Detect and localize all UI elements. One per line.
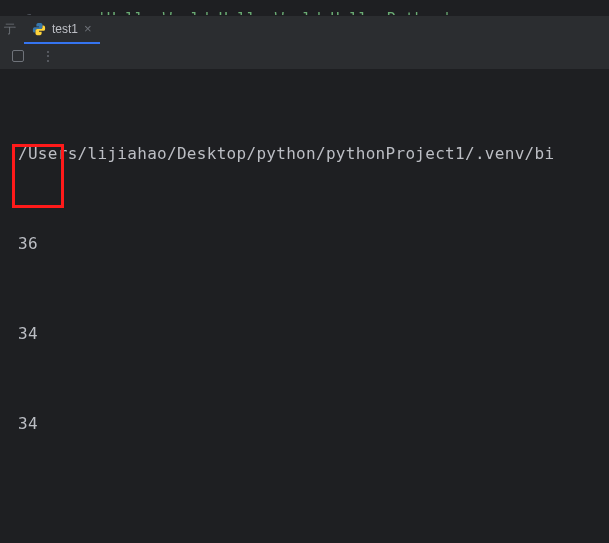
line-number-gutter: 1 2 3 4 5 6 7 8 9 0 bbox=[0, 0, 48, 15]
console-output[interactable]: /Users/lijiahao/Desktop/python/pythonPro… bbox=[0, 69, 609, 543]
run-tab-bar: 亍 test1 × bbox=[0, 15, 609, 43]
console-line: 36 bbox=[18, 229, 593, 259]
console-line: 34 bbox=[18, 319, 593, 349]
tab-label: test1 bbox=[52, 22, 78, 36]
more-icon[interactable]: ⋮ bbox=[42, 49, 55, 63]
console-line: /Users/lijiahao/Desktop/python/pythonPro… bbox=[18, 139, 593, 169]
close-icon[interactable]: × bbox=[84, 21, 92, 36]
run-tab[interactable]: test1 × bbox=[24, 16, 100, 44]
code-line[interactable]: s = 'Hello World Hello World Hello Pytho… bbox=[60, 4, 609, 15]
python-icon bbox=[32, 22, 46, 36]
code-editor[interactable]: 1 2 3 4 5 6 7 8 9 0 s = 'Hello World Hel… bbox=[0, 0, 609, 15]
console-line: 34 bbox=[18, 409, 593, 439]
line-number: 1 bbox=[0, 4, 34, 15]
run-toolbar: ⋮ bbox=[0, 43, 609, 69]
run-tool-window: 亍 test1 × ⋮ /Users/lijiahao/Desktop/pyth… bbox=[0, 15, 609, 543]
code-area[interactable]: s = 'Hello World Hello World Hello Pytho… bbox=[48, 0, 609, 15]
stop-icon[interactable] bbox=[12, 50, 24, 62]
side-label: 亍 bbox=[4, 21, 16, 38]
